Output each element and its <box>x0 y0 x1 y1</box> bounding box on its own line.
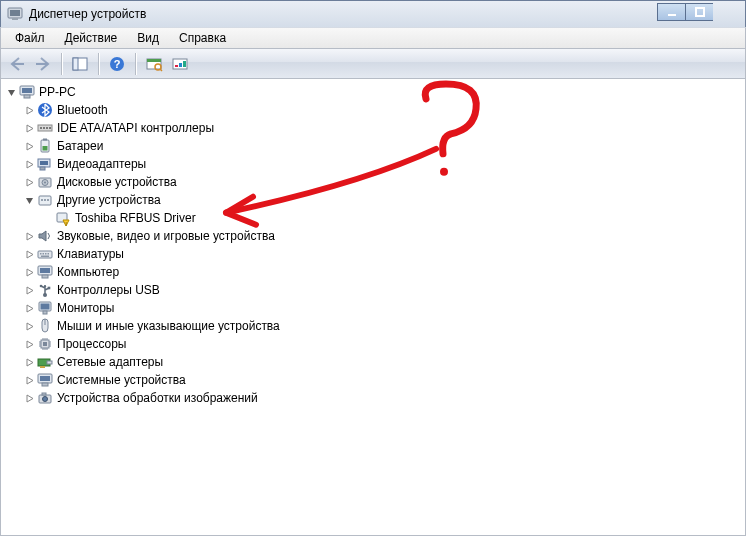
collapse-icon[interactable] <box>5 88 17 97</box>
unknown-device-warning-icon: ! <box>55 210 71 226</box>
expand-icon[interactable] <box>23 268 35 277</box>
tree-item-mice[interactable]: Мыши и иные указывающие устройства <box>23 317 745 335</box>
toolbar-separator <box>135 53 136 75</box>
expand-icon[interactable] <box>23 160 35 169</box>
other-devices-icon <box>37 192 53 208</box>
svg-rect-79 <box>42 393 46 395</box>
app-icon <box>7 6 23 22</box>
tree-item-video[interactable]: Видеоадаптеры <box>23 155 745 173</box>
tree-item-monitors[interactable]: Мониторы <box>23 299 745 317</box>
titlebar: Диспетчер устройств <box>0 0 746 27</box>
expand-icon[interactable] <box>23 178 35 187</box>
svg-rect-19 <box>24 95 30 98</box>
menu-action[interactable]: Действие <box>55 29 128 47</box>
svg-rect-73 <box>47 361 52 364</box>
svg-point-38 <box>47 199 49 201</box>
menu-view[interactable]: Вид <box>127 29 169 47</box>
svg-rect-27 <box>43 139 47 141</box>
tree-item-disk[interactable]: Дисковые устройства <box>23 173 745 191</box>
svg-rect-24 <box>46 127 48 129</box>
device-tree[interactable]: PP-PC Bluetooth IDE ATA/ATAPI контроллер… <box>5 83 745 407</box>
tree-item-label: Сетевые адаптеры <box>57 355 163 369</box>
menu-help[interactable]: Справка <box>169 29 236 47</box>
device-tree-pane: PP-PC Bluetooth IDE ATA/ATAPI контроллер… <box>0 79 746 536</box>
svg-rect-15 <box>179 63 182 67</box>
svg-point-36 <box>41 199 43 201</box>
tree-item-usb[interactable]: Контроллеры USB <box>23 281 745 299</box>
svg-rect-18 <box>22 88 32 93</box>
expand-icon[interactable] <box>23 322 35 331</box>
expand-icon[interactable] <box>23 376 35 385</box>
tree-item-processors[interactable]: Процессоры <box>23 335 745 353</box>
forward-button[interactable] <box>31 52 55 76</box>
svg-rect-1 <box>10 10 20 16</box>
show-hide-tree-button[interactable] <box>68 52 92 76</box>
monitor-icon <box>37 300 53 316</box>
disk-drive-icon <box>37 174 53 190</box>
tree-item-keyboards[interactable]: Клавиатуры <box>23 245 745 263</box>
svg-rect-52 <box>48 287 51 290</box>
svg-rect-54 <box>41 304 50 310</box>
svg-rect-30 <box>40 161 48 165</box>
properties-button[interactable] <box>168 52 192 76</box>
expand-icon[interactable] <box>23 394 35 403</box>
ide-controller-icon <box>37 120 53 136</box>
tree-item-network[interactable]: Сетевые адаптеры <box>23 353 745 371</box>
back-button[interactable] <box>5 52 29 76</box>
tree-item-label: Bluetooth <box>57 103 108 117</box>
tree-item-sound[interactable]: Звуковые, видео и игровые устройства <box>23 227 745 245</box>
svg-rect-43 <box>43 253 45 255</box>
svg-rect-72 <box>40 366 45 368</box>
maximize-button[interactable] <box>685 3 713 21</box>
svg-rect-76 <box>42 383 48 386</box>
tree-item-system[interactable]: Системные устройства <box>23 371 745 389</box>
bluetooth-icon <box>37 102 53 118</box>
svg-line-12 <box>160 69 162 71</box>
tree-item-batteries[interactable]: Батареи <box>23 137 745 155</box>
svg-rect-31 <box>40 167 45 170</box>
menu-bar: Файл Действие Вид Справка <box>0 27 746 49</box>
window-title: Диспетчер устройств <box>29 7 146 21</box>
tree-item-imaging[interactable]: Устройства обработки изображений <box>23 389 745 407</box>
tree-item-other-devices[interactable]: Другие устройства <box>23 191 745 209</box>
tree-item-toshiba-rfbus[interactable]: ! Toshiba RFBUS Driver <box>41 209 745 227</box>
minimize-button[interactable] <box>657 3 685 21</box>
toolbar: ? <box>0 49 746 79</box>
processor-icon <box>37 336 53 352</box>
expand-icon[interactable] <box>23 286 35 295</box>
tree-item-label: Компьютер <box>57 265 119 279</box>
svg-rect-2 <box>12 18 18 20</box>
tree-item-ide[interactable]: IDE ATA/ATAPI контроллеры <box>23 119 745 137</box>
expand-icon[interactable] <box>23 250 35 259</box>
scan-hardware-button[interactable] <box>142 52 166 76</box>
collapse-icon[interactable] <box>23 196 35 205</box>
tree-root-label: PP-PC <box>39 85 76 99</box>
tree-item-computer[interactable]: Компьютер <box>23 263 745 281</box>
svg-point-34 <box>44 182 46 184</box>
expand-icon[interactable] <box>23 304 35 313</box>
tree-root-row[interactable]: PP-PC <box>5 83 745 101</box>
window-buttons <box>657 3 741 21</box>
svg-point-78 <box>43 397 48 402</box>
tree-item-label: Другие устройства <box>57 193 161 207</box>
toolbar-separator <box>98 53 99 75</box>
expand-icon[interactable] <box>23 232 35 241</box>
expand-icon[interactable] <box>23 340 35 349</box>
tree-item-label: Контроллеры USB <box>57 283 160 297</box>
svg-rect-42 <box>40 253 42 255</box>
system-device-icon <box>37 372 53 388</box>
tree-item-label: Системные устройства <box>57 373 186 387</box>
keyboard-icon <box>37 246 53 262</box>
expand-icon[interactable] <box>23 358 35 367</box>
svg-rect-25 <box>49 127 51 129</box>
tree-item-bluetooth[interactable]: Bluetooth <box>23 101 745 119</box>
svg-rect-6 <box>73 58 78 70</box>
tree-item-label: Батареи <box>57 139 103 153</box>
expand-icon[interactable] <box>23 106 35 115</box>
expand-icon[interactable] <box>23 124 35 133</box>
svg-rect-22 <box>40 127 42 129</box>
help-button[interactable]: ? <box>105 52 129 76</box>
menu-file[interactable]: Файл <box>5 29 55 47</box>
mouse-icon <box>37 318 53 334</box>
expand-icon[interactable] <box>23 142 35 151</box>
